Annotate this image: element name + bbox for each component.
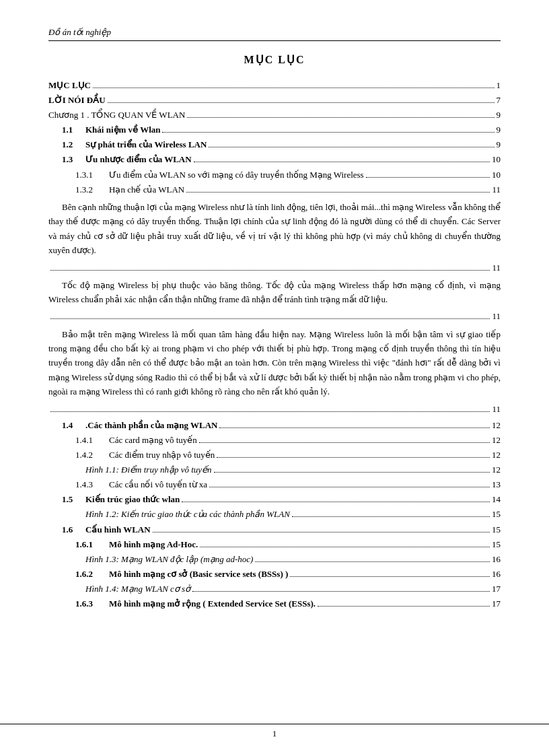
toc-label: 1.1 Khái niệm về Wlan [62,123,160,137]
dots [50,318,490,319]
toc-entry-1.1: 1.1 Khái niệm về Wlan9 [48,123,501,137]
toc-dots [108,102,495,103]
toc-dots [209,487,490,487]
toc-page-num: 15 [492,522,501,537]
footer-line: 1 [48,728,501,739]
toc-page-num: 9 [497,137,501,152]
toc-dots [217,457,490,458]
toc-page-num: 12 [492,433,501,448]
toc-page-num: 11 [492,182,501,197]
toc-entry-1.6.1: 1.6.1 Mô hình mạng Ad-Hoc.15 [48,537,501,552]
toc-dots [214,472,490,473]
page-ref: 11 [492,261,501,275]
toc-entry-hinh1.2: Hình 1.2: Kiến trúc giao thức của các th… [48,507,501,522]
toc-label: MỤC LỤC [48,78,91,93]
toc-label: 1.6.1 Mô hình mạng Ad-Hoc. [75,537,198,552]
toc-label: Hình 1.2: Kiến trúc giao thức của các th… [85,507,290,522]
toc-entry-1.6.2: 1.6.2 Mô hình mạng cơ sở (Basic service … [48,567,501,582]
page-ref: 11 [492,402,501,417]
toc-entry-1.2: 1.2 Sự phát triển của Wireless LAN9 [48,137,501,152]
dots [50,411,490,412]
toc-dots [192,591,490,592]
toc-entry-1.4.3: 1.4.3 Các cầu nối vô tuyến từ xa13 [48,477,501,492]
toc-entry-1.3.1: 1.3.1 Ưu điểm của WLAN so với mạng có dâ… [48,168,501,182]
page-header: Đồ án tốt nghiệp [48,27,501,41]
toc-dots [366,177,490,178]
toc-entry-1.6: 1.6 Cấu hình WLAN15 [48,522,501,537]
toc-dots [194,162,490,162]
toc-label: 1.4 .Các thành phần của mạng WLAN [62,418,217,433]
toc-page-num: 9 [497,123,501,137]
toc-label: Chương 1 . TỔNG QUAN VỀ WLAN [48,108,185,123]
body-para-with-ref-para1: Bên cạnh những thuận lợi của mạng Wirele… [48,200,501,275]
toc-page-num: 10 [492,168,501,182]
toc-dots [182,502,490,502]
toc-label: 1.3.1 Ưu điểm của WLAN so với mạng có dâ… [75,168,364,182]
body-para-with-ref-para3: Bảo mật trên mạng Wireless là mối quan t… [48,327,501,417]
toc-label: 1.6 Cấu hình WLAN [62,522,151,537]
header-title: Đồ án tốt nghiệp [48,27,111,37]
toc-label: 1.2 Sự phát triển của Wireless LAN [62,137,207,152]
toc-entry-hinh1.1: Hình 1.1: Điểm truy nhập vô tuyến12 [48,462,501,477]
body-para-with-ref-para2: Tốc độ mạng Wireless bị phụ thuộc vào bă… [48,278,501,324]
toc-label: Hình 1.1: Điểm truy nhập vô tuyến [85,462,212,477]
toc-section-bottom: 1.4 .Các thành phần của mạng WLAN121.4.1… [48,418,501,611]
dots [50,270,490,271]
body-paragraphs: Bên cạnh những thuận lợi của mạng Wirele… [48,200,501,417]
toc-dots [186,192,490,193]
toc-entry-1.3: 1.3 Ưu nhược điểm của WLAN10 [48,152,501,167]
toc-label: 1.6.2 Mô hình mạng cơ sở (Basic service … [75,567,288,582]
page: Đồ án tốt nghiệp MỤC LỤC MỤC LỤC1LỜI NÓI… [0,0,549,756]
toc-entry-loi-noi-dau: LỜI NÓI ĐẦU7 [48,93,501,108]
toc-page-num: 15 [492,507,501,522]
toc-entry-chuong1: Chương 1 . TỔNG QUAN VỀ WLAN9 [48,108,501,123]
toc-label: LỜI NÓI ĐẦU [48,93,106,108]
toc-label: Hình 1.3: Mạng WLAN độc lập (mạng ad-hoc… [85,552,253,567]
toc-page-num: 12 [492,448,501,462]
toc-label: 1.4.2 Các điểm truy nhập vô tuyến [75,448,215,462]
toc-dots [209,147,494,147]
toc-entry-hinh1.3: Hình 1.3: Mạng WLAN độc lập (mạng ad-hoc… [48,552,501,567]
toc-dots [200,547,490,547]
page-number: 1 [272,728,277,738]
toc-dots [153,532,490,532]
toc-page-num: 1 [497,78,501,93]
toc-dots [199,442,490,443]
toc-page-num: 17 [492,596,501,611]
toc-label: Hình 1.4: Mạng WLAN cơ sở [85,582,190,596]
toc-dots [162,132,494,133]
toc-entry-1.3.2: 1.3.2 Hạn chế của WLAN11 [48,182,501,197]
toc-entry-hinh1.4: Hình 1.4: Mạng WLAN cơ sở17 [48,582,501,596]
toc-section-top: MỤC LỤC1LỜI NÓI ĐẦU7Chương 1 . TỔNG QUAN… [48,78,501,197]
toc-dots [187,117,494,118]
toc-page-num: 16 [492,552,501,567]
toc-entry-1.4.1: 1.4.1 Các card mạng vô tuyến12 [48,433,501,448]
toc-dots [93,88,495,88]
toc-page-num: 14 [492,492,501,507]
toc-dots [255,561,490,562]
toc-page-num: 7 [497,93,501,108]
toc-entry-1.4.2: 1.4.2 Các điểm truy nhập vô tuyến12 [48,448,501,462]
toc-page-num: 12 [492,462,501,477]
toc-dots [318,606,490,607]
toc-label: 1.6.3 Mô hình mạng mở rộng ( Extended Se… [75,596,316,611]
toc-label: 1.4.1 Các card mạng vô tuyến [75,433,197,448]
toc-page-num: 12 [492,418,501,433]
page-ref: 11 [492,309,501,324]
page-title: MỤC LỤC [48,53,501,66]
toc-page-num: 17 [492,582,501,596]
toc-entry-1.4: 1.4 .Các thành phần của mạng WLAN12 [48,418,501,433]
toc-dots [290,576,490,577]
toc-dots [292,516,490,517]
toc-label: 1.3 Ưu nhược điểm của WLAN [62,152,192,167]
toc-page-num: 15 [492,537,501,552]
toc-page-num: 10 [492,152,501,167]
toc-entry-1.6.3: 1.6.3 Mô hình mạng mở rộng ( Extended Se… [48,596,501,611]
toc-page-num: 16 [492,567,501,582]
toc-label: 1.5 Kiến trúc giao thức wlan [62,492,180,507]
toc-dots [219,427,490,428]
page-footer: 1 [0,724,549,739]
toc-label: 1.3.2 Hạn chế của WLAN [75,182,184,197]
toc-entry-muc-luc: MỤC LỤC1 [48,78,501,93]
toc-entry-1.5: 1.5 Kiến trúc giao thức wlan14 [48,492,501,507]
